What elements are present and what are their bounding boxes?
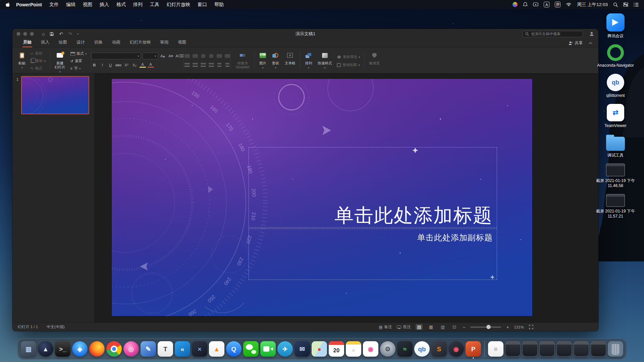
layout-button[interactable]: 版式▾: [69, 51, 88, 56]
dock-app[interactable]: ✉: [294, 341, 310, 357]
desktop-icon[interactable]: 截屏 2021-01-19 下午 11.46.58: [591, 164, 640, 188]
bullets-button[interactable]: [184, 53, 190, 59]
menubar-menu[interactable]: 插入: [100, 2, 109, 8]
zoom-out-icon[interactable]: −: [463, 324, 465, 330]
strikethrough-button[interactable]: abc: [115, 62, 122, 68]
insert-shape-button[interactable]: 形状▾: [270, 50, 281, 70]
redo-icon[interactable]: ↷: [68, 31, 72, 37]
font-name-combo[interactable]: ▾: [91, 53, 141, 59]
dock-app[interactable]: ⚙: [380, 341, 395, 357]
dock-app[interactable]: [106, 341, 122, 357]
align-text-button[interactable]: [224, 62, 230, 68]
align-left-button[interactable]: [184, 62, 190, 68]
menubar-menu[interactable]: 排列: [133, 2, 143, 8]
normal-view-button[interactable]: ▤: [416, 324, 422, 330]
share-button[interactable]: 共享: [568, 40, 583, 46]
underline-button[interactable]: U: [107, 62, 114, 68]
dock-app[interactable]: P: [466, 341, 481, 357]
input-method-colorful-icon[interactable]: [513, 2, 518, 7]
dock-app[interactable]: ✈: [277, 341, 293, 357]
dock-app[interactable]: >_: [55, 341, 70, 357]
desktop-icon[interactable]: qb qBittorrent: [591, 74, 640, 98]
ribbon-tab[interactable]: 动画: [111, 38, 121, 47]
line-spacing-button[interactable]: [216, 53, 222, 59]
zoom-button[interactable]: [30, 32, 34, 36]
subtitle-placeholder[interactable]: 单击此处添加副标题: [249, 229, 497, 280]
copy-button[interactable]: 复制▾: [30, 58, 47, 64]
desktop-icon[interactable]: ⇄ TeamViewer: [591, 104, 640, 128]
columns-button[interactable]: [216, 62, 222, 68]
shape-outline-button[interactable]: 形状轮廓▾: [336, 62, 361, 68]
paste-button[interactable]: 粘贴▾: [17, 50, 27, 70]
dock-app[interactable]: [89, 341, 105, 357]
menubar-menu[interactable]: 格式: [116, 2, 126, 8]
dock-app[interactable]: «: [175, 341, 190, 357]
insert-picture-button[interactable]: 图片▾: [258, 50, 268, 70]
ribbon-tab[interactable]: 插入: [40, 38, 50, 47]
subscript-button[interactable]: X₂: [131, 62, 138, 68]
reset-button[interactable]: ↺重置: [69, 58, 88, 64]
undo-icon[interactable]: ↶: [59, 31, 63, 37]
ribbon-tab[interactable]: 审阅: [160, 38, 169, 47]
new-slide-button[interactable]: 新建 幻灯片▾: [53, 50, 67, 73]
document-search-input[interactable]: 在演示文稿中搜索: [523, 31, 583, 37]
cut-button[interactable]: ✂剪切: [30, 51, 47, 56]
dock-app[interactable]: ✎: [141, 341, 156, 357]
quick-styles-button[interactable]: 快速样式▾: [316, 50, 333, 70]
dock-app[interactable]: ▲: [38, 341, 53, 357]
spotlight-search-icon[interactable]: [613, 2, 618, 7]
zoom-in-icon[interactable]: +: [506, 324, 509, 330]
indent-button[interactable]: [208, 53, 214, 59]
dock-item[interactable]: [556, 341, 572, 357]
clear-format-button[interactable]: A⌫: [176, 53, 184, 59]
dock-app[interactable]: ×: [192, 341, 207, 357]
dock-item[interactable]: [574, 341, 589, 357]
slideshow-button[interactable]: ⊡: [451, 324, 458, 330]
active-app-name[interactable]: PowerPoint: [16, 2, 42, 7]
ribbon-tab[interactable]: 设计: [76, 38, 86, 47]
toolbar-overflow-chevron-icon[interactable]: ▾: [77, 32, 79, 36]
dock-app[interactable]: 20: [329, 341, 344, 357]
dock-app[interactable]: ◉: [448, 341, 464, 357]
grow-font-button[interactable]: A▴: [160, 53, 166, 59]
dock-item[interactable]: [505, 341, 521, 357]
bold-button[interactable]: B: [91, 62, 98, 68]
desktop-icon[interactable]: 截屏 2021-01-19 下午 11.57.21: [591, 194, 640, 219]
wifi-icon[interactable]: [566, 2, 572, 7]
desktop-icon[interactable]: 调试工具: [591, 134, 640, 158]
numbering-button[interactable]: [192, 53, 198, 59]
notes-button[interactable]: ▤ 备注: [379, 324, 392, 329]
format-painter-button[interactable]: ✎格式: [30, 66, 47, 71]
font-size-combo[interactable]: ▾: [143, 53, 158, 59]
slide-editor[interactable]: 150160170180190200210220230240250260: [112, 79, 532, 316]
input-source-pinyin-icon[interactable]: 拼: [555, 2, 560, 7]
dock-item[interactable]: ≡: [488, 341, 503, 357]
screen-mirroring-icon[interactable]: [533, 2, 538, 7]
menubar-menu[interactable]: 文件: [49, 2, 59, 8]
dock-item[interactable]: [608, 341, 623, 357]
menubar-menu[interactable]: 帮助: [214, 2, 224, 8]
dock-app[interactable]: ◉: [363, 341, 378, 357]
insert-textbox-button[interactable]: 文本框: [283, 50, 297, 66]
menubar-menu[interactable]: 幻灯片放映: [167, 2, 190, 8]
dock-app[interactable]: ◎: [123, 341, 139, 357]
ribbon-tab[interactable]: 开始: [22, 38, 32, 47]
minimize-button[interactable]: [23, 32, 27, 36]
dock-app[interactable]: [260, 341, 276, 357]
ribbon-tab[interactable]: 幻灯片放映: [129, 38, 152, 47]
align-right-button[interactable]: [200, 62, 206, 68]
dock-app[interactable]: S: [431, 341, 447, 357]
menubar-clock[interactable]: 周三 上午12:03: [577, 2, 608, 8]
notification-center-list-icon[interactable]: [634, 3, 639, 7]
dock-app[interactable]: ◈: [72, 341, 88, 357]
input-source-abc-icon[interactable]: A: [544, 2, 549, 7]
menubar-menu[interactable]: 工具: [150, 2, 159, 8]
apple-menu[interactable]: [5, 2, 10, 7]
fit-slide-icon[interactable]: [529, 325, 533, 329]
align-center-button[interactable]: [192, 62, 198, 68]
desktop-icon[interactable]: Anaconda-Navigator: [591, 44, 640, 68]
language-indicator[interactable]: 中文(中国): [47, 324, 65, 329]
zoom-slider-knob[interactable]: [486, 325, 491, 329]
control-center-icon[interactable]: [623, 2, 628, 7]
highlight-color-button[interactable]: A: [140, 62, 146, 68]
